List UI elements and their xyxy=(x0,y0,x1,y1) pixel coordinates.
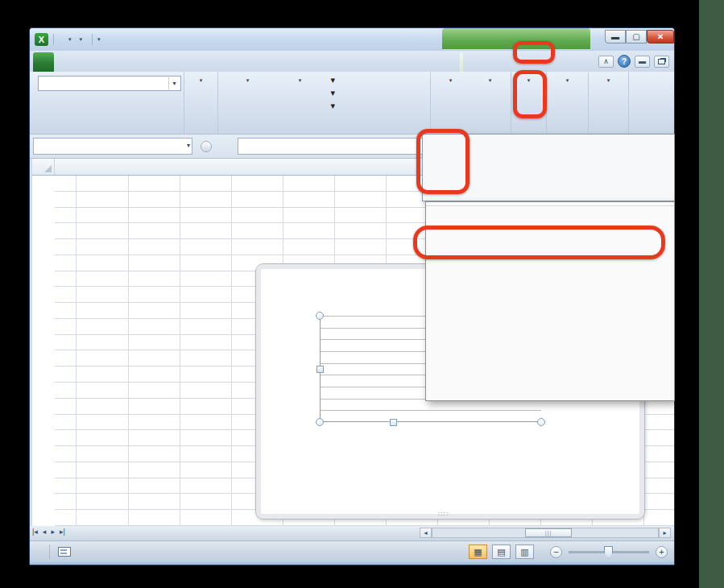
view-page-layout-button[interactable]: ▤ xyxy=(492,545,511,559)
analysis-button[interactable]: ▾ xyxy=(548,72,588,123)
axes-button[interactable]: ▾ xyxy=(432,72,470,123)
chevron-down-icon: ▾ xyxy=(200,76,203,85)
selection-handle[interactable] xyxy=(316,418,324,426)
ribbon: ▾ ▾ xyxy=(30,72,674,135)
status-bar: ▦ ▤ ▥ − + xyxy=(30,540,674,562)
quick-access-toolbar: X ▾ ▾ ▾ xyxy=(35,32,101,46)
view-page-break-button[interactable]: ▥ xyxy=(515,545,534,559)
divider xyxy=(92,34,93,45)
ribbon-tab-row: ∧ ? ▬ xyxy=(30,51,674,72)
zoom-slider-thumb[interactable] xyxy=(604,546,613,558)
highlight-box-trendline xyxy=(416,129,470,194)
formula-options-button[interactable] xyxy=(201,141,212,152)
reset-style-button[interactable] xyxy=(36,108,44,122)
excel-logo-icon: X xyxy=(35,33,48,46)
chevron-down-icon: ▾ xyxy=(489,76,492,85)
horizontal-scrollbar[interactable]: ◂ ||| ▸ xyxy=(420,527,671,539)
chart-title-button[interactable]: ▾ xyxy=(221,72,275,123)
chevron-down-icon: ▾ xyxy=(449,76,453,85)
next-sheet-icon[interactable]: ▸ xyxy=(48,526,57,537)
divider xyxy=(53,34,54,45)
zoom-slider[interactable] xyxy=(569,551,649,553)
chevron-down-icon: ▾ xyxy=(299,76,302,85)
view-normal-button[interactable]: ▦ xyxy=(469,545,487,559)
group-properties: ▾ xyxy=(589,72,629,134)
chevron-down-icon: ▾ xyxy=(331,75,336,85)
chart-frame-grip[interactable]: ∷∷ xyxy=(438,510,449,518)
data-labels-button[interactable]: ▾ xyxy=(326,88,428,98)
save-icon[interactable] xyxy=(59,32,60,46)
workbook-minimize-icon[interactable]: ▬ xyxy=(635,56,650,68)
name-box[interactable]: ▾ xyxy=(33,138,192,155)
insert-worksheet-icon[interactable] xyxy=(69,526,89,538)
scrollbar-track[interactable]: ||| xyxy=(432,528,659,538)
minimize-button[interactable]: ▬ xyxy=(605,30,626,43)
highlight-box-analysis xyxy=(513,70,547,118)
more-trendline-options-item[interactable] xyxy=(426,205,674,226)
window-controls: ▬ ▢ ✕ xyxy=(605,30,674,43)
title-bar: X ▾ ▾ ▾ ▬ ▢ ✕ xyxy=(30,28,674,51)
gridlines-button[interactable]: ▾ xyxy=(471,72,510,123)
sheet-tab-bar: |◂ ◂ ▸ ▸| ◂ ||| ▸ xyxy=(30,526,674,540)
divider xyxy=(49,545,50,559)
macro-record-icon[interactable] xyxy=(58,547,71,557)
zoom-in-button[interactable]: + xyxy=(656,546,668,558)
chart-element-combobox[interactable]: ▾ xyxy=(38,76,181,91)
zoom-out-button[interactable]: − xyxy=(550,546,562,558)
last-sheet-icon[interactable]: ▸| xyxy=(57,526,68,537)
data-table-button[interactable]: ▾ xyxy=(326,101,428,111)
screenshot-root: X ▾ ▾ ▾ ▬ ▢ ✕ xyxy=(0,0,724,588)
chevron-down-icon: ▾ xyxy=(607,76,610,85)
window-frame-bottom xyxy=(30,561,674,565)
selection-handle[interactable] xyxy=(316,366,324,373)
group-analysis: ▾ xyxy=(547,72,589,134)
properties-button[interactable]: ▾ xyxy=(590,72,628,123)
scrollbar-thumb[interactable]: ||| xyxy=(525,528,572,537)
group-current-fragment: ▾ xyxy=(33,72,184,134)
chevron-down-icon: ▾ xyxy=(246,76,250,85)
group-insert: ▾ xyxy=(184,72,218,134)
first-sheet-icon[interactable]: |◂ xyxy=(30,526,40,537)
contextual-tabs xyxy=(460,52,463,72)
collapse-ribbon-icon[interactable]: ∧ xyxy=(598,56,614,68)
chevron-down-icon: ▾ xyxy=(566,76,569,85)
highlight-box-linear-item xyxy=(413,226,665,259)
legend-button[interactable]: ▾ xyxy=(326,75,428,85)
close-button[interactable]: ✕ xyxy=(647,30,674,43)
chevron-down-icon[interactable]: ▾ xyxy=(187,142,190,149)
selection-handle[interactable] xyxy=(537,418,545,426)
chevron-down-icon: ▾ xyxy=(331,101,336,111)
undo-dropdown-icon[interactable]: ▾ xyxy=(68,36,72,43)
format-selection-button[interactable] xyxy=(36,93,44,108)
table-view-icon[interactable] xyxy=(85,32,87,46)
select-all-corner[interactable] xyxy=(32,159,55,175)
prev-sheet-icon[interactable]: ◂ xyxy=(40,526,49,537)
help-icon[interactable]: ? xyxy=(618,55,631,68)
file-tab[interactable] xyxy=(33,52,54,72)
undo-icon[interactable] xyxy=(64,32,65,46)
selection-handle[interactable] xyxy=(390,419,397,426)
customize-qat-icon[interactable]: ▾ xyxy=(97,36,101,43)
ribbon-controls: ∧ ? ▬ xyxy=(598,55,669,68)
workbook-restore-icon[interactable] xyxy=(654,56,669,68)
maximize-button[interactable]: ▢ xyxy=(626,30,647,43)
group-labels: ▾ ▾ ▾ xyxy=(218,72,431,134)
scroll-right-icon[interactable]: ▸ xyxy=(659,528,671,538)
background-strip xyxy=(699,0,724,588)
chevron-down-icon: ▾ xyxy=(331,88,336,98)
axis-titles-button[interactable]: ▾ xyxy=(276,72,325,123)
group-axes: ▾ ▾ xyxy=(431,72,511,134)
restore-glyph xyxy=(658,59,665,64)
redo-dropdown-icon[interactable]: ▾ xyxy=(80,36,83,43)
scroll-left-icon[interactable]: ◂ xyxy=(420,528,432,538)
selection-handle[interactable] xyxy=(316,312,324,320)
insert-button[interactable]: ▾ xyxy=(185,72,217,123)
highlight-box-maket-tab xyxy=(513,41,555,64)
redo-icon[interactable] xyxy=(75,32,77,46)
chevron-down-icon[interactable]: ▾ xyxy=(168,77,180,89)
